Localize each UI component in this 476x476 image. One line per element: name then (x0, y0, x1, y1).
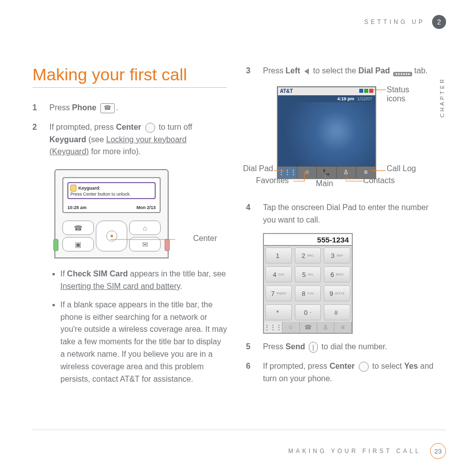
dialpad-key-2: 2ABC (295, 247, 321, 263)
battery-icon (364, 89, 368, 93)
footer-rule (32, 430, 446, 430)
center-highlight-dot (110, 235, 113, 238)
page-header: SETTING UP 2 (364, 15, 446, 29)
page-footer: MAKING YOUR FIRST CALL 23 (288, 443, 446, 459)
dp-tab-contacts-icon: ♙ (317, 322, 335, 333)
sim-link[interactable]: Inserting the SIM card and battery (60, 282, 180, 290)
steps-right-b: Tap the onscreen Dial Pad to enter the n… (246, 202, 441, 227)
phone-soft-key-icon: ☎ (62, 221, 94, 235)
dialpad-key-6: 6MNO (324, 266, 350, 282)
title-underline (32, 87, 227, 88)
calllog-callout: Call Log (387, 164, 416, 173)
keyguard-subtitle: Press Center button to unlock. (70, 192, 153, 197)
dp-tab-calllog-icon: ≡ (334, 322, 352, 333)
step-1: Press Phone ☎. (32, 102, 227, 114)
steps-left: Press Phone ☎. If prompted, press Center… (32, 102, 227, 158)
dialpad-tab-icon (393, 72, 412, 76)
dialpad-key-5: 5JKL (295, 266, 321, 282)
dialpad-key-4: 4GHI (265, 266, 292, 282)
left-arrow-icon (304, 68, 309, 74)
dialpad-key-7: 7PQRS (265, 285, 292, 301)
dp-tab-main-icon: ☎ (300, 322, 317, 333)
step-5: Press Send | to dial the number. (246, 341, 441, 353)
figure-dialpad: 555-1234 12ABC3DEF4GHI5JKL6MNO7PQRS8TUV9… (263, 233, 353, 334)
page-number-badge: 23 (430, 443, 446, 459)
main-callout: Main (316, 179, 333, 188)
step-3: Press Left to select the Dial Pad tab. (246, 65, 441, 77)
dialpad-key-3: 3DEF (324, 247, 350, 263)
steps-right-a: Press Left to select the Dial Pad tab. (246, 65, 441, 77)
step-2: If prompted, press Center to turn off Ke… (32, 121, 227, 158)
center-button-icon (145, 123, 155, 133)
footer-title: MAKING YOUR FIRST CALL (288, 448, 421, 455)
carrier-label: AT&T (280, 88, 293, 94)
phone-key-icon: ☎ (100, 103, 115, 113)
tab-main-icon: 📞 (317, 166, 336, 178)
favorites-callout: Favorites (256, 176, 289, 185)
dialpad-key-#: # (324, 304, 350, 320)
home-soft-key-icon: ⌂ (129, 221, 161, 235)
chapter-number-badge: 2 (432, 15, 446, 29)
center-button-icon (359, 362, 369, 372)
steps-right-c: Press Send | to dial the number. If prom… (246, 341, 441, 385)
calendar-soft-key-icon: ▣ (62, 237, 94, 251)
lock-icon (70, 185, 76, 192)
dialpad-key-*: * (265, 304, 292, 320)
screen-clock: 4:19 pm (337, 96, 354, 101)
note-blank-titlebar: If a blank space appears in the title ba… (60, 299, 227, 386)
dialpad-display: 555-1234 (264, 234, 352, 246)
screen-date: Mon 2/13 (136, 205, 156, 210)
dialpad-key-1: 1 (265, 247, 292, 263)
figure-home-screen: AT&T 4:19 pm1/22/07 ⋮⋮⋮ ☆ 📞 ♙ ≡ Status i… (246, 86, 441, 184)
dialpad-callout: Dial Pad (243, 164, 273, 173)
dialpad-key-9: 9WXYZ (324, 285, 350, 301)
left-column: Making your first call Press Phone ☎. If… (32, 65, 227, 392)
section-label: SETTING UP (364, 18, 425, 25)
status-icons-callout: Status icons (387, 85, 417, 103)
screen-time: 10:28 am (67, 205, 87, 210)
note-check-sim: If Check SIM Card appears in the title b… (60, 268, 227, 293)
status-bar-icons (358, 88, 373, 94)
center-callout: Center (193, 234, 217, 243)
red-side-button-icon (165, 239, 170, 251)
send-button-icon: | (309, 342, 318, 353)
wallpaper (278, 102, 375, 166)
dialpad-key-0: 0+ (295, 304, 321, 320)
right-column: Press Left to select the Dial Pad tab. A… (246, 65, 441, 392)
dp-tab-dialpad-icon: ⋮⋮⋮ (264, 322, 282, 333)
contacts-callout: Contacts (363, 176, 395, 185)
signal-icon (359, 89, 363, 93)
page-title: Making your first call (32, 65, 227, 84)
dp-tab-favorites-icon: ☆ (282, 322, 300, 333)
figure-keyguard-phone: Keyguard: Press Center button to unlock.… (54, 169, 174, 259)
step-6: If prompted, press Center to select Yes … (246, 360, 441, 385)
step-4: Tap the onscreen Dial Pad to enter the n… (246, 202, 441, 227)
left-notes: If Check SIM Card appears in the title b… (32, 268, 227, 385)
keyguard-title: Keyguard: (78, 186, 101, 191)
screen-date: 1/22/07 (357, 96, 372, 101)
dpad-icon (96, 221, 127, 251)
dialpad-key-8: 8TUV (295, 285, 321, 301)
green-side-button-icon (53, 239, 58, 251)
